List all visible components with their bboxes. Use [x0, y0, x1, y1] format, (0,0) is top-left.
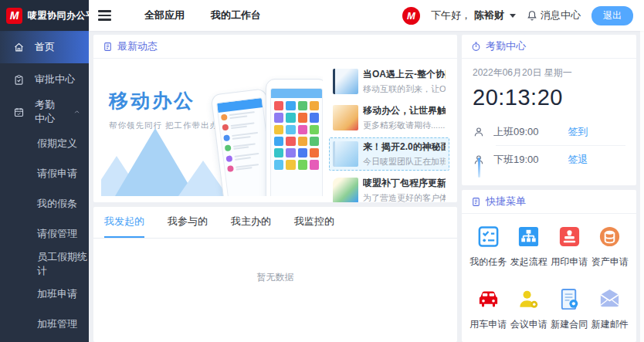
clock-out-label: 下班19:00: [493, 153, 539, 167]
news-thumbnail: [333, 178, 358, 202]
sidebar-item-home[interactable]: 首页: [0, 31, 89, 63]
quick-my-tasks[interactable]: 我的任务: [468, 225, 509, 269]
clock-in-row: 上班09:00 签到: [473, 118, 625, 145]
quick-new-contract[interactable]: 新建合同: [549, 287, 590, 331]
sidebar-subitem-holiday-definition[interactable]: 假期定义: [0, 128, 89, 158]
news-thumbnail: [333, 105, 358, 130]
brand-logo: M 唛盟协同办公平台: [0, 0, 89, 31]
scrollbar-track[interactable]: [640, 31, 644, 342]
timeline-connector: [478, 157, 480, 178]
news-item[interactable]: 当OA遇上云-整个协同OA 移动互联的到来，让OA与云: [329, 65, 449, 98]
car-icon: [476, 287, 500, 311]
chevron-up-icon: [74, 109, 80, 115]
user-menu[interactable]: 下午好，陈裕财: [431, 8, 516, 22]
clock-in-label: 上班09:00: [493, 125, 539, 139]
news-item-selected[interactable]: 来！揭开2.0的神秘面纱- 今日唛盟团队正在加班加点，: [329, 137, 449, 171]
chevron-down-icon: [510, 14, 516, 18]
message-center-button[interactable]: 消息中心: [527, 8, 581, 22]
home-icon: [13, 42, 25, 53]
flow-icon: [517, 225, 541, 249]
sidebar: 首页 审批中心 考勤中心 假期定义 请假申请 我的假条 请假管理 员工假期统计 …: [0, 31, 89, 342]
calendar-icon: [13, 107, 25, 118]
tab-hosted-by-me[interactable]: 我主办的: [231, 207, 271, 238]
quick-seal-request[interactable]: 用印申请: [549, 225, 590, 269]
stopwatch-icon: [471, 42, 481, 52]
nav-all-apps[interactable]: 全部应用: [144, 0, 185, 31]
news-title: 当OA遇上云-整个协同OA: [363, 68, 446, 81]
news-desc: 今日唛盟团队正在加班加点，: [363, 156, 446, 168]
bell-icon: [527, 10, 537, 21]
attendance-date: 2022年06月20日 星期一: [473, 66, 625, 80]
news-list: 当OA遇上云-整个协同OA 移动互联的到来，让OA与云 移动办公，让世界触手可 …: [329, 65, 449, 196]
hamburger-menu-icon[interactable]: [98, 0, 121, 31]
news-title: 唛盟补丁包程序更新: [363, 177, 446, 190]
message-center-label: 消息中心: [541, 8, 581, 22]
greeting-text: 下午好，: [431, 8, 471, 22]
news-thumbnail: [333, 69, 358, 94]
quick-vehicle-request[interactable]: 用车申请: [468, 287, 509, 331]
attendance-clock: 20:13:20: [473, 85, 625, 110]
person-icon: [473, 126, 485, 138]
contract-icon: [558, 287, 581, 311]
sidebar-item-approval-center[interactable]: 审批中心: [0, 63, 89, 96]
logout-button[interactable]: 退出: [591, 6, 633, 25]
sidebar-subitem-leave-management[interactable]: 请假管理: [0, 218, 89, 249]
clock-in-link[interactable]: 签到: [568, 125, 588, 139]
tab-participated-by-me[interactable]: 我参与的: [168, 207, 208, 238]
news-title: 移动办公，让世界触手可: [363, 104, 446, 117]
sidebar-subitem-leave-request[interactable]: 请假申请: [0, 158, 89, 188]
news-item[interactable]: 移动办公，让世界触手可 更多精彩敬请期待........: [329, 101, 449, 134]
top-navigation: 全部应用 我的工作台: [144, 0, 261, 31]
empty-state-text: 暂无数据: [93, 239, 457, 284]
attendance-header: 考勤中心: [462, 35, 636, 59]
quick-new-mail[interactable]: 新建邮件: [590, 287, 631, 331]
promo-banner: 移动办公 帮你领先同行 把工作带出办公室: [101, 65, 323, 196]
process-tasks-panel: 我发起的 我参与的 我主办的 我监控的 暂无数据: [93, 207, 457, 342]
quick-start-process[interactable]: 发起流程: [509, 225, 550, 269]
nav-my-workbench[interactable]: 我的工作台: [211, 0, 261, 31]
panel-title: 快捷菜单: [486, 195, 526, 208]
attendance-body: 2022年06月20日 星期一 20:13:20 上班09:00 签到 下班19…: [462, 59, 636, 181]
latest-news-header: 最新动态: [93, 35, 457, 59]
news-item[interactable]: 唛盟补丁包程序更新 为了营造更好的客户体验，唛: [329, 174, 449, 202]
attendance-panel: 考勤中心 2022年06月20日 星期一 20:13:20 上班09:00 签到…: [462, 35, 636, 185]
panel-title: 考勤中心: [486, 39, 526, 53]
quick-menu-header: 快捷菜单: [462, 190, 636, 214]
topbar-right: M 下午好，陈裕财 消息中心 退出: [402, 6, 644, 25]
clock-out-row: 下班19:00 签退: [473, 146, 625, 173]
quick-asset-request[interactable]: 资产申请: [590, 225, 631, 269]
sidebar-item-attendance-center[interactable]: 考勤中心: [0, 96, 89, 128]
mail-icon: [598, 287, 622, 311]
latest-news-panel: 最新动态 移动办公 帮你领先同行 把工作带出办公室: [93, 35, 457, 202]
news-thumbnail: [333, 141, 358, 167]
news-desc: 更多精彩敬请期待........: [363, 120, 446, 131]
tab-monitored-by-me[interactable]: 我监控的: [294, 207, 334, 238]
top-bar: M 唛盟协同办公平台 全部应用 我的工作台 M 下午好，陈裕财 消息中心 退出: [0, 0, 644, 31]
news-desc: 移动互联的到来，让OA与云: [363, 83, 446, 95]
clipboard-icon: [13, 74, 25, 86]
quick-menu-panel: 快捷菜单 我的任务 发起流程 用印申请 资产申请: [462, 190, 636, 342]
sidebar-subitem-overtime-management[interactable]: 加班管理: [0, 309, 89, 339]
document-icon: [471, 197, 481, 207]
news-title: 来！揭开2.0的神秘面纱-: [363, 141, 446, 154]
sidebar-item-label: 审批中心: [35, 73, 75, 86]
sidebar-subitem-my-leave-slips[interactable]: 我的假条: [0, 188, 89, 218]
stamp-icon: [558, 225, 581, 249]
phone-mockup-appgrid: [266, 79, 323, 196]
sidebar-subitem-overtime-request[interactable]: 加班申请: [0, 279, 89, 309]
username: 陈裕财: [474, 8, 504, 22]
brand-logo-icon: M: [6, 8, 22, 24]
sidebar-item-label: 考勤中心: [35, 98, 64, 126]
meeting-icon: [517, 287, 541, 311]
quick-meeting-request[interactable]: 会议申请: [509, 287, 550, 331]
clock-out-link[interactable]: 签退: [568, 153, 588, 167]
main-content: 最新动态 移动办公 帮你领先同行 把工作带出办公室: [89, 31, 644, 342]
quick-menu-grid: 我的任务 发起流程 用印申请 资产申请 用车申请: [462, 214, 636, 342]
panel-title: 最新动态: [117, 39, 158, 53]
sidebar-subitem-employee-holiday-stats[interactable]: 员工假期统计: [0, 249, 89, 279]
tab-initiated-by-me[interactable]: 我发起的: [104, 207, 144, 238]
brand-title: 唛盟协同办公平台: [28, 9, 105, 22]
sidebar-item-label: 首页: [35, 40, 55, 54]
news-desc: 为了营造更好的客户体验，唛: [363, 192, 446, 202]
user-avatar[interactable]: M: [402, 7, 420, 25]
